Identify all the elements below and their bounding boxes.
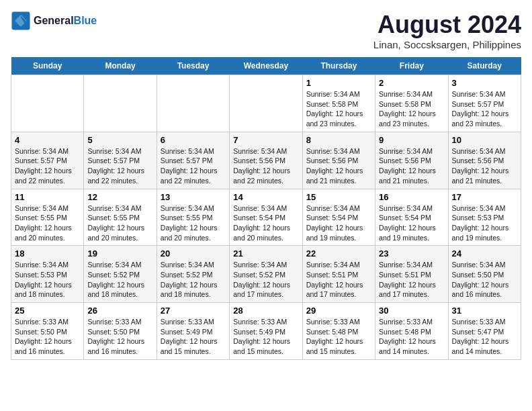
date-number: 21 — [233, 248, 298, 259]
calendar-cell: 21Sunrise: 5:34 AMSunset: 5:52 PMDayligh… — [230, 246, 302, 303]
date-number: 13 — [161, 192, 226, 202]
logo-text: GeneralBlue — [34, 15, 97, 27]
calendar-cell: 13Sunrise: 5:34 AMSunset: 5:55 PMDayligh… — [157, 189, 229, 246]
date-number: 29 — [306, 306, 371, 316]
calendar-cell: 24Sunrise: 5:34 AMSunset: 5:50 PMDayligh… — [448, 246, 521, 303]
calendar-cell: 28Sunrise: 5:33 AMSunset: 5:49 PMDayligh… — [230, 303, 302, 360]
cell-info: Sunrise: 5:34 AMSunset: 5:51 PMDaylight:… — [306, 260, 371, 300]
cell-info: Sunrise: 5:33 AMSunset: 5:50 PMDaylight:… — [87, 317, 152, 357]
calendar-cell: 16Sunrise: 5:34 AMSunset: 5:54 PMDayligh… — [375, 189, 448, 246]
calendar-cell: 18Sunrise: 5:34 AMSunset: 5:53 PMDayligh… — [11, 246, 84, 303]
date-number: 28 — [233, 306, 298, 316]
cell-info: Sunrise: 5:33 AMSunset: 5:49 PMDaylight:… — [233, 317, 298, 357]
date-number: 20 — [161, 248, 226, 259]
date-number: 3 — [452, 78, 517, 88]
date-number: 25 — [15, 306, 80, 316]
calendar-cell: 14Sunrise: 5:34 AMSunset: 5:54 PMDayligh… — [230, 189, 302, 246]
date-number: 17 — [452, 192, 517, 202]
cell-info: Sunrise: 5:34 AMSunset: 5:56 PMDaylight:… — [452, 146, 517, 186]
cell-info: Sunrise: 5:34 AMSunset: 5:53 PMDaylight:… — [15, 260, 80, 300]
date-number: 9 — [379, 135, 444, 145]
calendar-cell: 27Sunrise: 5:33 AMSunset: 5:49 PMDayligh… — [157, 303, 229, 360]
calendar-cell: 8Sunrise: 5:34 AMSunset: 5:56 PMDaylight… — [302, 132, 375, 189]
calendar-cell: 30Sunrise: 5:33 AMSunset: 5:48 PMDayligh… — [375, 303, 448, 360]
calendar-cell: 20Sunrise: 5:34 AMSunset: 5:52 PMDayligh… — [157, 246, 229, 303]
calendar-cell — [157, 75, 229, 132]
calendar-cell: 2Sunrise: 5:34 AMSunset: 5:58 PMDaylight… — [375, 75, 448, 132]
day-header-wednesday: Wednesday — [230, 57, 302, 75]
title-area: August 2024 Linan, Soccsksargen, Philipp… — [373, 11, 521, 50]
day-header-monday: Monday — [84, 57, 157, 75]
date-number: 12 — [87, 192, 152, 202]
calendar-cell — [11, 75, 84, 132]
cell-info: Sunrise: 5:34 AMSunset: 5:57 PMDaylight:… — [87, 146, 152, 186]
logo: GeneralBlue — [11, 11, 97, 31]
cell-info: Sunrise: 5:34 AMSunset: 5:55 PMDaylight:… — [87, 203, 152, 243]
cell-info: Sunrise: 5:34 AMSunset: 5:52 PMDaylight:… — [233, 260, 298, 300]
cell-info: Sunrise: 5:34 AMSunset: 5:50 PMDaylight:… — [452, 260, 517, 300]
date-number: 8 — [306, 135, 371, 145]
cell-info: Sunrise: 5:34 AMSunset: 5:52 PMDaylight:… — [161, 260, 226, 300]
cell-info: Sunrise: 5:33 AMSunset: 5:48 PMDaylight:… — [306, 317, 371, 357]
calendar-cell: 31Sunrise: 5:33 AMSunset: 5:47 PMDayligh… — [448, 303, 521, 360]
calendar-cell: 25Sunrise: 5:33 AMSunset: 5:50 PMDayligh… — [11, 303, 84, 360]
date-number: 24 — [452, 248, 517, 259]
date-number: 1 — [306, 78, 371, 88]
calendar-cell: 5Sunrise: 5:34 AMSunset: 5:57 PMDaylight… — [84, 132, 157, 189]
date-number: 22 — [306, 248, 371, 259]
date-number: 10 — [452, 135, 517, 145]
header: GeneralBlue August 2024 Linan, Soccsksar… — [11, 11, 521, 50]
cell-info: Sunrise: 5:34 AMSunset: 5:54 PMDaylight:… — [306, 203, 371, 243]
day-header-saturday: Saturday — [448, 57, 521, 75]
day-header-sunday: Sunday — [11, 57, 84, 75]
calendar-cell: 15Sunrise: 5:34 AMSunset: 5:54 PMDayligh… — [302, 189, 375, 246]
date-number: 26 — [87, 306, 152, 316]
cell-info: Sunrise: 5:33 AMSunset: 5:50 PMDaylight:… — [15, 317, 80, 357]
cell-info: Sunrise: 5:34 AMSunset: 5:57 PMDaylight:… — [15, 146, 80, 186]
calendar-cell: 22Sunrise: 5:34 AMSunset: 5:51 PMDayligh… — [302, 246, 375, 303]
calendar-cell: 23Sunrise: 5:34 AMSunset: 5:51 PMDayligh… — [375, 246, 448, 303]
cell-info: Sunrise: 5:34 AMSunset: 5:54 PMDaylight:… — [379, 203, 444, 243]
cell-info: Sunrise: 5:33 AMSunset: 5:48 PMDaylight:… — [379, 317, 444, 357]
date-number: 5 — [87, 135, 152, 145]
date-number: 16 — [379, 192, 444, 202]
date-number: 6 — [161, 135, 226, 145]
calendar-cell: 9Sunrise: 5:34 AMSunset: 5:56 PMDaylight… — [375, 132, 448, 189]
cell-info: Sunrise: 5:33 AMSunset: 5:47 PMDaylight:… — [452, 317, 517, 357]
cell-info: Sunrise: 5:34 AMSunset: 5:54 PMDaylight:… — [233, 203, 298, 243]
day-header-tuesday: Tuesday — [157, 57, 229, 75]
logo-icon — [11, 11, 31, 31]
calendar-cell: 29Sunrise: 5:33 AMSunset: 5:48 PMDayligh… — [302, 303, 375, 360]
day-header-friday: Friday — [375, 57, 448, 75]
calendar-cell: 12Sunrise: 5:34 AMSunset: 5:55 PMDayligh… — [84, 189, 157, 246]
cell-info: Sunrise: 5:34 AMSunset: 5:55 PMDaylight:… — [15, 203, 80, 243]
subtitle: Linan, Soccsksargen, Philippines — [373, 39, 521, 50]
date-number: 23 — [379, 248, 444, 259]
calendar-cell: 10Sunrise: 5:34 AMSunset: 5:56 PMDayligh… — [448, 132, 521, 189]
cell-info: Sunrise: 5:34 AMSunset: 5:55 PMDaylight:… — [161, 203, 226, 243]
cell-info: Sunrise: 5:34 AMSunset: 5:51 PMDaylight:… — [379, 260, 444, 300]
calendar-cell: 6Sunrise: 5:34 AMSunset: 5:57 PMDaylight… — [157, 132, 229, 189]
calendar-cell: 26Sunrise: 5:33 AMSunset: 5:50 PMDayligh… — [84, 303, 157, 360]
date-number: 27 — [161, 306, 226, 316]
date-number: 30 — [379, 306, 444, 316]
cell-info: Sunrise: 5:34 AMSunset: 5:56 PMDaylight:… — [306, 146, 371, 186]
date-number: 15 — [306, 192, 371, 202]
date-number: 7 — [233, 135, 298, 145]
cell-info: Sunrise: 5:34 AMSunset: 5:52 PMDaylight:… — [87, 260, 152, 300]
calendar-cell: 1Sunrise: 5:34 AMSunset: 5:58 PMDaylight… — [302, 75, 375, 132]
calendar-cell: 11Sunrise: 5:34 AMSunset: 5:55 PMDayligh… — [11, 189, 84, 246]
calendar-table: SundayMondayTuesdayWednesdayThursdayFrid… — [11, 57, 521, 360]
calendar-cell: 3Sunrise: 5:34 AMSunset: 5:57 PMDaylight… — [448, 75, 521, 132]
date-number: 11 — [15, 192, 80, 202]
calendar-cell: 4Sunrise: 5:34 AMSunset: 5:57 PMDaylight… — [11, 132, 84, 189]
cell-info: Sunrise: 5:34 AMSunset: 5:57 PMDaylight:… — [161, 146, 226, 186]
date-number: 18 — [15, 248, 80, 259]
cell-info: Sunrise: 5:34 AMSunset: 5:58 PMDaylight:… — [306, 89, 371, 129]
calendar-cell: 19Sunrise: 5:34 AMSunset: 5:52 PMDayligh… — [84, 246, 157, 303]
date-number: 4 — [15, 135, 80, 145]
calendar-cell — [84, 75, 157, 132]
cell-info: Sunrise: 5:34 AMSunset: 5:56 PMDaylight:… — [233, 146, 298, 186]
main-title: August 2024 — [373, 11, 521, 39]
calendar-cell: 17Sunrise: 5:34 AMSunset: 5:53 PMDayligh… — [448, 189, 521, 246]
